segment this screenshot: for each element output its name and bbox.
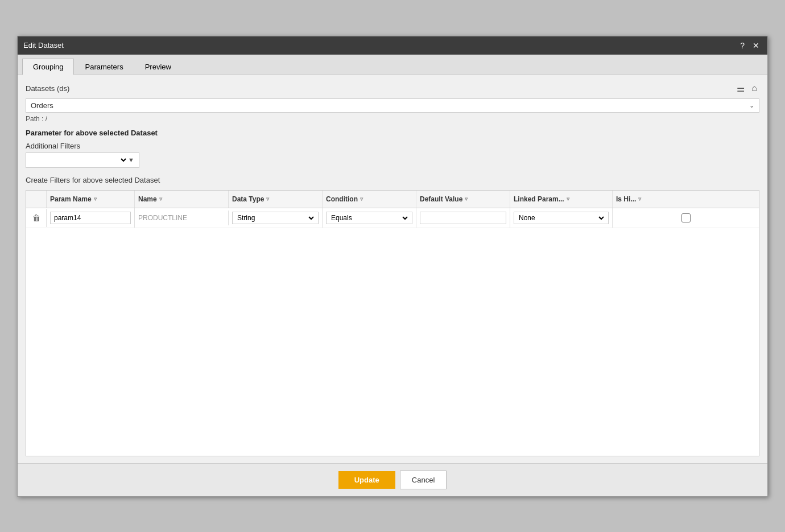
- filter-ishi-icon[interactable]: ▿: [638, 196, 641, 202]
- filter-cond-icon[interactable]: ▿: [360, 196, 363, 202]
- filter-param-name-icon[interactable]: ▿: [94, 196, 97, 202]
- linked-param-dropdown[interactable]: None: [514, 212, 609, 224]
- filter-defval-icon[interactable]: ▿: [465, 196, 468, 202]
- additional-filters-label: Additional Filters: [26, 142, 759, 150]
- td-default-value: [416, 208, 510, 228]
- table-row: 🗑 PRODUCTLINE String Integer Date: [26, 208, 759, 228]
- dataset-value: Orders: [31, 101, 53, 110]
- tab-parameters[interactable]: Parameters: [74, 59, 134, 75]
- path-value: /: [46, 115, 47, 123]
- td-is-hidden: [613, 210, 759, 226]
- main-content: Datasets (ds) ⚌ ⌂ Orders ⌄ Path : / Para…: [18, 75, 767, 463]
- condition-dropdown[interactable]: Equals Not Equals Contains: [326, 212, 412, 224]
- dropdown-chevron-icon: ▼: [128, 156, 134, 163]
- condition-select[interactable]: Equals Not Equals Contains: [329, 213, 410, 222]
- td-param-name: [47, 208, 135, 228]
- edit-dataset-dialog: Edit Dataset ? ✕ Grouping Parameters Pre…: [17, 36, 768, 497]
- tab-bar: Grouping Parameters Preview: [18, 55, 767, 75]
- delete-row-button[interactable]: 🗑: [31, 212, 42, 224]
- dialog-title: Edit Dataset: [23, 41, 64, 50]
- datasets-row: Datasets (ds) ⚌ ⌂: [26, 82, 759, 95]
- td-name: PRODUCTLINE: [135, 211, 229, 225]
- additional-filters-select[interactable]: [31, 155, 128, 165]
- filter-linked-icon[interactable]: ▿: [567, 196, 569, 202]
- data-type-select[interactable]: String Integer Date: [235, 213, 316, 222]
- linked-param-select[interactable]: None: [517, 213, 606, 222]
- th-delete: [26, 191, 47, 208]
- tab-grouping[interactable]: Grouping: [22, 59, 74, 75]
- path-row: Path : /: [26, 115, 759, 123]
- td-data-type: String Integer Date: [229, 208, 323, 228]
- td-linked-param: None: [510, 208, 613, 228]
- th-condition: Condition ▿: [323, 191, 416, 208]
- dialog-footer: Update Cancel: [18, 463, 767, 496]
- th-param-name: Param Name ▿: [47, 191, 135, 208]
- title-bar: Edit Dataset ? ✕: [18, 36, 767, 55]
- td-delete: 🗑: [26, 209, 47, 227]
- name-value: PRODUCTLINE: [138, 214, 187, 222]
- table-header: Param Name ▿ Name ▿ Data Type ▿ Conditio…: [26, 191, 759, 208]
- filters-table: Param Name ▿ Name ▿ Data Type ▿ Conditio…: [26, 190, 759, 456]
- is-hidden-checkbox-cell: [616, 213, 755, 222]
- th-linked-param: Linked Param... ▿: [510, 191, 613, 208]
- table-empty-area: [26, 228, 759, 456]
- parameter-section-title: Parameter for above selected Dataset: [26, 129, 759, 137]
- path-label: Path :: [26, 115, 43, 123]
- additional-filters-dropdown[interactable]: ▼: [26, 152, 139, 168]
- th-default-value: Default Value ▿: [416, 191, 510, 208]
- th-data-type: Data Type ▿: [229, 191, 323, 208]
- title-bar-controls: ? ✕: [738, 42, 762, 50]
- datasets-label: Datasets (ds): [26, 84, 69, 93]
- dataset-selector[interactable]: Orders ⌄: [26, 98, 759, 113]
- th-is-hidden: Is Hi... ▿: [613, 191, 759, 208]
- update-button[interactable]: Update: [338, 471, 395, 489]
- default-value-input[interactable]: [420, 212, 506, 224]
- help-button[interactable]: ?: [738, 42, 747, 50]
- th-name: Name ▿: [135, 191, 229, 208]
- filter-dtype-icon[interactable]: ▿: [266, 196, 269, 202]
- home-button[interactable]: ⌂: [749, 82, 759, 94]
- chevron-down-icon: ⌄: [749, 102, 754, 109]
- filter-name-icon[interactable]: ▿: [159, 196, 162, 202]
- close-button[interactable]: ✕: [750, 42, 762, 50]
- header-icon-group: ⚌ ⌂: [734, 82, 759, 95]
- cancel-button[interactable]: Cancel: [400, 471, 447, 489]
- is-hidden-checkbox[interactable]: [681, 213, 691, 222]
- data-type-dropdown[interactable]: String Integer Date: [232, 212, 319, 224]
- param-name-input[interactable]: [50, 212, 131, 224]
- td-condition: Equals Not Equals Contains: [323, 208, 416, 228]
- create-filters-label: Create Filters for above selected Datase…: [26, 176, 759, 184]
- tab-preview[interactable]: Preview: [134, 59, 182, 75]
- filter-columns-button[interactable]: ⚌: [734, 82, 747, 95]
